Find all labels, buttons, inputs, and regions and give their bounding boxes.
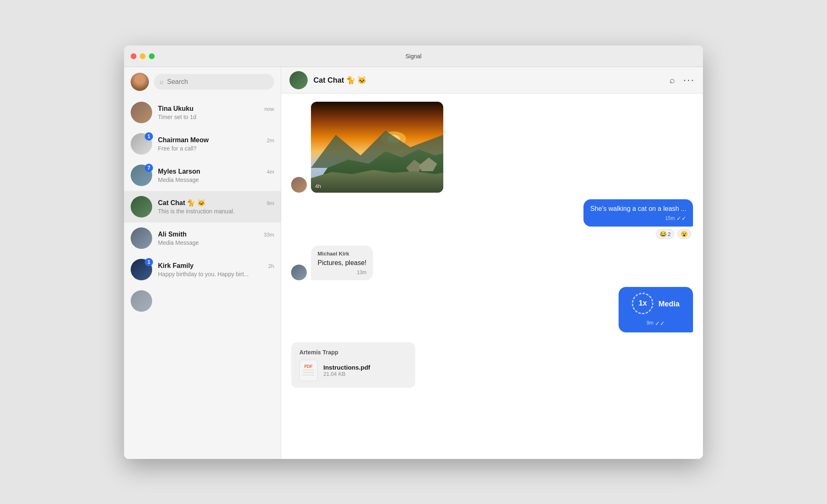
media-bubble[interactable]: 1x Media 9m ✓✓ bbox=[619, 287, 693, 332]
conv-preview: Media Message bbox=[158, 239, 274, 246]
conv-time: 2m bbox=[267, 137, 274, 143]
conv-top: Kirk Family 2h bbox=[158, 262, 274, 270]
avatar-image bbox=[131, 227, 152, 249]
file-name: Instructions.pdf bbox=[323, 364, 370, 371]
conv-preview: Timer set to 1d bbox=[158, 114, 274, 120]
bubble-sender: Michael Kirk bbox=[318, 251, 366, 257]
avatar-image bbox=[131, 73, 149, 91]
list-item[interactable]: Ali Smith 33m Media Message bbox=[124, 222, 281, 254]
conv-content: Kirk Family 2h Happy birthday to you. Ha… bbox=[158, 262, 274, 277]
conv-content: Myles Larson 4m Media Message bbox=[158, 168, 274, 183]
media-label: Media bbox=[658, 300, 679, 308]
image-time: 4h bbox=[315, 183, 321, 189]
conv-content: Ali Smith 33m Media Message bbox=[158, 231, 274, 246]
bubble-time: 13m bbox=[357, 270, 366, 275]
conv-top: Chairman Meow 2m bbox=[158, 136, 274, 144]
avatar-image bbox=[131, 196, 152, 217]
avatar: 1 bbox=[131, 259, 152, 280]
image-message[interactable]: 4h bbox=[311, 102, 443, 193]
search-icon: ⌕ bbox=[160, 78, 164, 86]
unread-badge: 1 bbox=[145, 258, 153, 266]
bubble-meta: 13m bbox=[318, 270, 366, 275]
conv-name: Chairman Meow bbox=[158, 136, 209, 144]
reactions-row: 😂 2 😮 bbox=[656, 229, 691, 239]
traffic-lights bbox=[131, 53, 155, 59]
avatar bbox=[131, 196, 152, 217]
list-item[interactable]: 1 Kirk Family 2h Happy birthday to you. … bbox=[124, 254, 281, 285]
bubble-text: She's walking a cat on a leash ... bbox=[590, 204, 686, 213]
pdf-line bbox=[303, 372, 314, 373]
conv-content: Cat Chat 🐈 🐱 9m This is the instruction … bbox=[158, 199, 274, 215]
pdf-line bbox=[303, 370, 314, 370]
list-item[interactable]: 7 Myles Larson 4m Media Message bbox=[124, 160, 281, 191]
own-avatar[interactable] bbox=[131, 73, 149, 91]
conv-name: Tina Ukuku bbox=[158, 105, 194, 112]
outgoing-text-group: She's walking a cat on a leash ... 15m ✓… bbox=[291, 199, 693, 239]
list-item[interactable] bbox=[124, 285, 281, 317]
reaction-count: 2 bbox=[668, 231, 671, 237]
chat-avatar bbox=[289, 71, 308, 89]
conv-top: Ali Smith 33m bbox=[158, 231, 274, 238]
conv-preview: Free for a call? bbox=[158, 145, 274, 152]
app-window: Signal ⌕ bbox=[124, 45, 703, 459]
conv-preview: Happy birthday to you. Happy birt... bbox=[158, 271, 274, 277]
message-row: Artemis Trapp PDF Instructions.pdf 21.04… bbox=[291, 342, 693, 388]
sidebar: ⌕ Tina Ukuku now Timer set to 1d bbox=[124, 67, 281, 459]
read-receipt-icon: ✓✓ bbox=[655, 320, 665, 327]
media-content: 1x Media bbox=[632, 293, 679, 316]
bubble-time: 15m bbox=[665, 215, 675, 221]
chat-area: Cat Chat 🐈 🐱 ⌕ ··· bbox=[281, 67, 703, 459]
chat-title: Cat Chat 🐈 🐱 bbox=[313, 76, 664, 85]
conversation-list: Tina Ukuku now Timer set to 1d 1 Chai bbox=[124, 97, 281, 459]
list-item[interactable]: Cat Chat 🐈 🐱 9m This is the instruction … bbox=[124, 191, 281, 222]
minimize-button[interactable] bbox=[140, 53, 146, 59]
chat-header: Cat Chat 🐈 🐱 ⌕ ··· bbox=[281, 67, 703, 93]
conv-top: Tina Ukuku now bbox=[158, 105, 274, 112]
media-meta: 9m ✓✓ bbox=[647, 320, 665, 327]
media-speed: 1x bbox=[638, 299, 647, 308]
message-row: She's walking a cat on a leash ... 15m ✓… bbox=[583, 199, 693, 227]
message-row: 4h bbox=[291, 102, 693, 193]
conv-content: Tina Ukuku now Timer set to 1d bbox=[158, 105, 274, 120]
reaction-emoji: 😂 bbox=[660, 231, 667, 237]
pdf-label: PDF bbox=[304, 364, 313, 369]
conv-top: Cat Chat 🐈 🐱 9m bbox=[158, 199, 274, 207]
conv-top: Myles Larson 4m bbox=[158, 168, 274, 175]
close-button[interactable] bbox=[131, 53, 136, 59]
reaction-pill[interactable]: 😮 bbox=[677, 229, 691, 239]
window-title: Signal bbox=[406, 53, 422, 60]
conv-time: 2h bbox=[268, 263, 274, 269]
read-receipt-icon: ✓✓ bbox=[676, 215, 686, 222]
conv-name: Kirk Family bbox=[158, 262, 194, 270]
avatar bbox=[291, 177, 307, 193]
message-row: 1x Media 9m ✓✓ bbox=[291, 287, 693, 332]
svg-marker-7 bbox=[311, 170, 443, 193]
reaction-pill[interactable]: 😂 2 bbox=[656, 229, 674, 239]
avatar bbox=[131, 102, 152, 123]
conv-content: Chairman Meow 2m Free for a call? bbox=[158, 136, 274, 152]
bubble-text: Pictures, please! bbox=[318, 258, 366, 268]
pdf-icon: PDF bbox=[299, 360, 318, 381]
file-sender: Artemis Trapp bbox=[299, 349, 407, 356]
text-bubble: Michael Kirk Pictures, please! 13m bbox=[311, 246, 373, 280]
more-options-icon[interactable]: ··· bbox=[683, 74, 695, 86]
titlebar: Signal bbox=[124, 45, 703, 67]
chat-header-actions: ⌕ ··· bbox=[669, 74, 695, 86]
search-bar[interactable]: ⌕ bbox=[154, 74, 274, 90]
file-info: Instructions.pdf 21.04 KB bbox=[323, 364, 370, 377]
conv-time: now bbox=[264, 106, 274, 112]
pdf-line bbox=[303, 375, 314, 375]
list-item[interactable]: Tina Ukuku now Timer set to 1d bbox=[124, 97, 281, 128]
messages-list: 4h She's walking a cat on a leash ... 15… bbox=[281, 93, 703, 459]
file-bubble[interactable]: Artemis Trapp PDF Instructions.pdf 21.04… bbox=[291, 342, 415, 388]
avatar: 7 bbox=[131, 165, 152, 186]
unread-badge: 1 bbox=[145, 132, 153, 141]
conv-time: 9m bbox=[267, 200, 274, 206]
conv-preview: This is the instruction manual. bbox=[158, 208, 274, 215]
avatar: 1 bbox=[131, 133, 152, 155]
list-item[interactable]: 1 Chairman Meow 2m Free for a call? bbox=[124, 128, 281, 160]
search-input[interactable] bbox=[167, 78, 268, 86]
maximize-button[interactable] bbox=[149, 53, 155, 59]
conv-name: Ali Smith bbox=[158, 231, 186, 238]
search-icon[interactable]: ⌕ bbox=[669, 75, 675, 86]
